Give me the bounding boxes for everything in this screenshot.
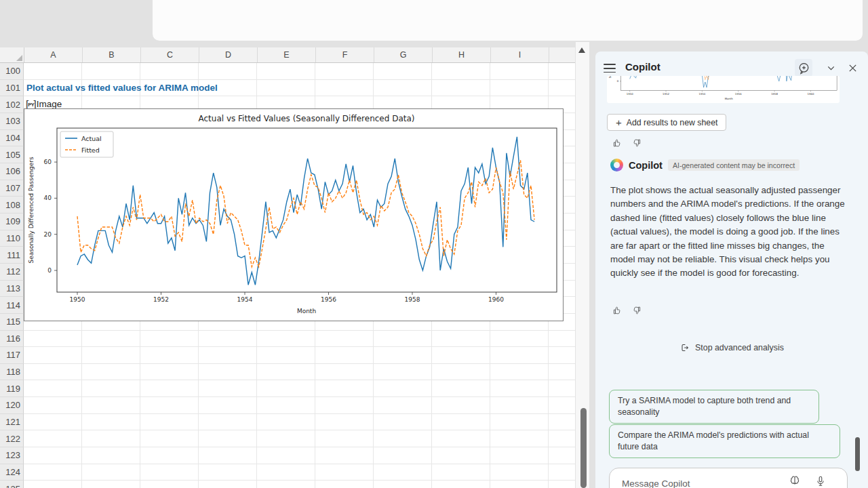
cell-h117[interactable] <box>432 347 490 364</box>
cell-i124[interactable] <box>490 464 549 481</box>
cell-i116[interactable] <box>490 331 549 348</box>
cell-f116[interactable] <box>315 331 374 348</box>
cell-b123[interactable] <box>82 447 140 464</box>
cell-b119[interactable] <box>82 380 140 397</box>
cell-d119[interactable] <box>199 380 257 397</box>
close-panel-button[interactable] <box>844 59 861 77</box>
cell-a120[interactable] <box>24 397 82 414</box>
row-header-109[interactable]: 109 <box>0 214 24 230</box>
cell-i123[interactable] <box>490 447 549 464</box>
cell-a125[interactable] <box>24 481 82 488</box>
cell-g123[interactable] <box>374 447 432 464</box>
cell-h123[interactable] <box>432 447 490 464</box>
copilot-scrollbar-thumb[interactable] <box>855 437 860 471</box>
cell-i117[interactable] <box>490 347 549 364</box>
cell-a124[interactable] <box>24 464 82 481</box>
cell-f101[interactable] <box>315 80 374 97</box>
cell-f117[interactable] <box>315 347 374 364</box>
row-header-102[interactable]: 102 <box>0 96 24 113</box>
row-header-116[interactable]: 116 <box>0 331 24 348</box>
cell-h119[interactable] <box>432 380 490 397</box>
column-header-h[interactable]: H <box>433 47 491 62</box>
row-header-100[interactable]: 100 <box>0 63 24 80</box>
row-header-115[interactable]: 115 <box>0 314 24 331</box>
scrollbar-up-arrow-icon[interactable] <box>578 47 585 53</box>
cell-b116[interactable] <box>82 331 140 348</box>
row-header-118[interactable]: 118 <box>0 364 24 381</box>
row-header-112[interactable]: 112 <box>0 264 24 281</box>
cell-c124[interactable] <box>140 464 199 481</box>
cell-i120[interactable] <box>490 397 549 414</box>
cell-h124[interactable] <box>432 464 490 481</box>
suggestion-pill[interactable]: Try a SARIMA model to capture both trend… <box>609 390 819 424</box>
cell-f125[interactable] <box>315 481 374 488</box>
cell-g124[interactable] <box>374 464 432 481</box>
row-header-108[interactable]: 108 <box>0 197 24 214</box>
cell-d117[interactable] <box>199 347 257 364</box>
cell-b120[interactable] <box>82 397 140 414</box>
thumbs-down-icon[interactable] <box>631 138 642 148</box>
cell-a121[interactable] <box>24 414 82 431</box>
cell-e120[interactable] <box>257 397 315 414</box>
column-header-c[interactable]: C <box>141 47 199 62</box>
cell-e125[interactable] <box>257 481 315 488</box>
row-header-117[interactable]: 117 <box>0 347 24 364</box>
arima-chart-image[interactable]: 1950195219541956195819600204060ActualFit… <box>24 108 564 321</box>
cell-g125[interactable] <box>374 481 432 488</box>
cell-h116[interactable] <box>432 331 490 348</box>
column-header-e[interactable]: E <box>258 47 316 62</box>
cell-h125[interactable] <box>432 481 490 488</box>
cell-i100[interactable] <box>490 63 549 80</box>
new-chat-button[interactable] <box>795 59 812 77</box>
add-results-button[interactable]: + Add results to new sheet <box>607 114 726 131</box>
cell-b122[interactable] <box>82 430 140 447</box>
select-all-corner[interactable] <box>0 47 24 62</box>
cell-c122[interactable] <box>140 430 199 447</box>
cell-g116[interactable] <box>374 331 432 348</box>
cell-h120[interactable] <box>432 397 490 414</box>
thumbs-down-icon[interactable] <box>631 305 642 316</box>
cell-d118[interactable] <box>199 364 257 381</box>
row-header-125[interactable]: 125 <box>0 481 24 488</box>
cell-g121[interactable] <box>374 414 432 431</box>
row-header-120[interactable]: 120 <box>0 397 24 414</box>
row-header-101[interactable]: 101 <box>0 80 24 97</box>
cell-g100[interactable] <box>374 63 432 80</box>
message-copilot-input[interactable]: Message Copilot <box>609 468 848 488</box>
cell-g119[interactable] <box>374 380 432 397</box>
cell-g118[interactable] <box>374 364 432 381</box>
cell-d123[interactable] <box>199 447 257 464</box>
row-header-110[interactable]: 110 <box>0 230 24 247</box>
cell-b124[interactable] <box>82 464 140 481</box>
row-header-103[interactable]: 103 <box>0 113 24 130</box>
cell-g117[interactable] <box>374 347 432 364</box>
chart-result-preview[interactable]: 1950195219541956195819600204060ActualFit… <box>607 76 840 103</box>
cell-a100[interactable] <box>24 63 82 80</box>
cell-f118[interactable] <box>315 364 374 381</box>
menu-icon[interactable] <box>604 64 616 75</box>
row-header-106[interactable]: 106 <box>0 163 24 180</box>
cell-c117[interactable] <box>140 347 199 364</box>
row-header-114[interactable]: 114 <box>0 297 24 314</box>
cell-c123[interactable] <box>140 447 199 464</box>
cell-d121[interactable] <box>199 414 257 431</box>
cell-f122[interactable] <box>315 430 374 447</box>
cell-e119[interactable] <box>257 380 315 397</box>
column-header-f[interactable]: F <box>316 47 374 62</box>
stop-advanced-analysis-button[interactable]: Stop advanced analysis <box>679 342 784 353</box>
cell-d122[interactable] <box>199 430 257 447</box>
cell-e118[interactable] <box>257 364 315 381</box>
prompt-brain-icon[interactable] <box>789 475 801 487</box>
cell-e123[interactable] <box>257 447 315 464</box>
cell-g120[interactable] <box>374 397 432 414</box>
row-header-105[interactable]: 105 <box>0 146 24 163</box>
cell-c118[interactable] <box>140 364 199 381</box>
cell-a119[interactable] <box>24 380 82 397</box>
cell-i125[interactable] <box>490 481 549 488</box>
column-header-i[interactable]: I <box>491 47 549 62</box>
cell-g122[interactable] <box>374 430 432 447</box>
grid-scrollbar-thumb[interactable] <box>580 408 587 488</box>
cell-f121[interactable] <box>315 414 374 431</box>
cell-e117[interactable] <box>257 347 315 364</box>
cell-f123[interactable] <box>315 447 374 464</box>
